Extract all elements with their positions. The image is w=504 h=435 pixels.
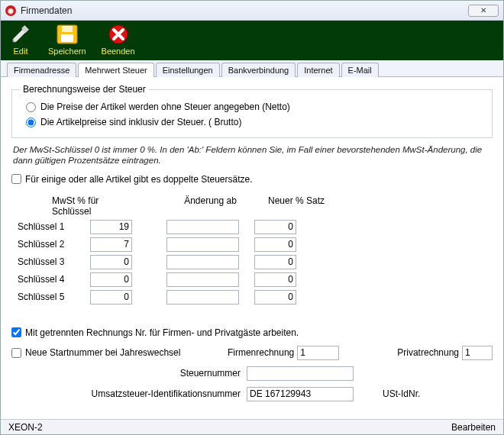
vat-id-line: Umsatzsteuer-Identifikationsnummer USt-I…	[11, 387, 493, 401]
content-area: Berechnungsweise der Steuer Die Preise d…	[1, 77, 503, 419]
bottom-area: Mit getrennten Rechnungs Nr. für Firmen-…	[11, 326, 493, 401]
grid-head-new: Neuer % Satz	[262, 195, 331, 217]
tax-number-label: Steuernummer	[164, 368, 241, 379]
vat-note: Der MwSt-Schlüssel 0 ist immer 0 %. In d…	[11, 143, 493, 168]
private-invoice-label: Privatrechnung	[397, 347, 459, 358]
invoice-numbers-line: Neue Startnummer bei Jahreswechsel Firme…	[11, 346, 493, 360]
radio-net[interactable]	[26, 102, 36, 112]
status-right: Bearbeiten	[451, 422, 496, 433]
new-start-row[interactable]: Neue Startnummer bei Jahreswechsel	[11, 347, 180, 358]
key-change-date-input[interactable]	[166, 272, 239, 287]
status-left: XEON-2	[8, 422, 43, 433]
key-percent-input[interactable]	[90, 290, 132, 304]
titlebar-left: ◉ Firmendaten	[5, 5, 72, 16]
radio-gross-row[interactable]: Die Artikelpreise sind inklusiv der Steu…	[20, 114, 484, 130]
tax-calc-legend: Berechnungsweise der Steuer	[20, 84, 149, 95]
titlebar: ◉ Firmendaten ✕	[1, 1, 503, 21]
exit-label: Beenden	[102, 47, 135, 56]
double-rates-label: Für einige oder alle Artikel gibt es dop…	[25, 174, 253, 185]
key-percent-input[interactable]	[90, 255, 132, 269]
grid-head-change: Änderung ab	[174, 195, 247, 217]
tax-number-input[interactable]	[247, 366, 354, 381]
double-rates-checkbox[interactable]	[11, 174, 21, 184]
edit-button[interactable]: Edit	[5, 24, 36, 57]
tab-bankverbindung[interactable]: Bankverbindung	[221, 63, 296, 77]
close-icon	[106, 24, 131, 45]
key-percent-input[interactable]	[90, 237, 132, 252]
tab-einstellungen[interactable]: Einstellungen	[156, 63, 220, 77]
radio-gross-label: Die Artikelpreise sind inklusiv der Steu…	[40, 117, 241, 127]
key-percent-input[interactable]	[90, 272, 132, 287]
svg-rect-3	[62, 26, 73, 32]
key-new-percent-input[interactable]	[254, 237, 296, 252]
separate-invoice-label: Mit getrennten Rechnungs Nr. für Firmen-…	[25, 327, 299, 338]
key-change-date-input[interactable]	[166, 290, 239, 304]
vat-id-label: Umsatzsteuer-Identifikationsnummer	[80, 388, 241, 399]
save-button[interactable]: Speichern	[45, 24, 89, 57]
grid-header: MwSt % für Schlüssel Änderung ab Neuer %…	[18, 195, 493, 217]
window-close-button[interactable]: ✕	[468, 5, 499, 17]
window-title: Firmendaten	[21, 5, 72, 16]
grid-row: Schlüssel 1	[18, 220, 493, 234]
key-new-percent-input[interactable]	[254, 290, 296, 304]
tab-internet[interactable]: Internet	[297, 63, 339, 77]
status-bar: XEON-2 Bearbeiten	[1, 419, 503, 434]
tax-number-line: Steuernummer	[11, 366, 493, 381]
grid-row: Schlüssel 2	[18, 237, 493, 252]
floppy-icon	[55, 24, 79, 45]
grid-head-main: MwSt % für Schlüssel	[52, 195, 140, 217]
vat-id-suffix: USt-IdNr.	[383, 388, 420, 399]
exit-button[interactable]: Beenden	[99, 24, 138, 57]
double-rates-row[interactable]: Für einige oder alle Artikel gibt es dop…	[11, 172, 493, 186]
key-percent-input[interactable]	[90, 220, 132, 234]
key-change-date-input[interactable]	[166, 255, 239, 269]
radio-net-row[interactable]: Die Preise der Artikel werden ohne Steue…	[20, 99, 484, 114]
key-new-percent-input[interactable]	[254, 272, 296, 287]
separate-invoice-checkbox[interactable]	[11, 327, 21, 337]
key-new-percent-input[interactable]	[254, 220, 296, 234]
radio-gross[interactable]	[26, 118, 36, 127]
key-change-date-input[interactable]	[166, 220, 239, 234]
key-label: Schlüssel 4	[18, 274, 90, 285]
app-icon: ◉	[5, 5, 16, 16]
save-label: Speichern	[48, 47, 86, 56]
grid-row: Schlüssel 5	[18, 290, 493, 304]
window-root: ◉ Firmendaten ✕ Edit Speichern Beenden F…	[0, 0, 504, 435]
company-invoice-pair: Firmenrechnung	[228, 346, 339, 360]
key-change-date-input[interactable]	[166, 237, 239, 252]
edit-label: Edit	[14, 47, 28, 56]
pencil-icon	[8, 25, 33, 45]
vat-key-grid: MwSt % für Schlüssel Änderung ab Neuer %…	[18, 195, 493, 304]
key-label: Schlüssel 2	[18, 239, 90, 250]
separate-invoice-row[interactable]: Mit getrennten Rechnungs Nr. für Firmen-…	[11, 326, 493, 340]
tab-email[interactable]: E-Mail	[341, 63, 379, 77]
private-invoice-pair: Privatrechnung	[397, 346, 493, 360]
key-label: Schlüssel 3	[18, 256, 90, 267]
company-invoice-label: Firmenrechnung	[228, 347, 294, 358]
new-start-checkbox[interactable]	[11, 348, 21, 358]
vat-id-input[interactable]	[247, 387, 354, 401]
grid-row: Schlüssel 4	[18, 272, 493, 287]
tab-mehrwert-steuer[interactable]: Mehrwert Steuer	[78, 63, 153, 77]
new-start-label: Neue Startnummer bei Jahreswechsel	[25, 347, 180, 358]
private-invoice-input[interactable]	[462, 346, 493, 360]
svg-rect-4	[61, 34, 73, 42]
tab-firmenadresse[interactable]: Firmenadresse	[7, 63, 76, 77]
tab-strip: Firmenadresse Mehrwert Steuer Einstellun…	[1, 60, 503, 77]
key-new-percent-input[interactable]	[254, 255, 296, 269]
key-label: Schlüssel 5	[18, 292, 90, 302]
company-invoice-input[interactable]	[297, 346, 339, 360]
radio-net-label: Die Preise der Artikel werden ohne Steue…	[40, 102, 290, 112]
tax-calc-fieldset: Berechnungsweise der Steuer Die Preise d…	[11, 84, 493, 138]
grid-row: Schlüssel 3	[18, 255, 493, 269]
key-label: Schlüssel 1	[18, 221, 90, 232]
toolbar: Edit Speichern Beenden	[1, 21, 503, 60]
